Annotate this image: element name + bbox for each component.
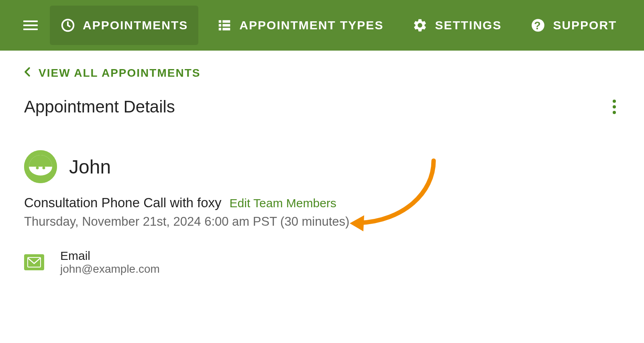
svg-point-10: [36, 167, 39, 169]
nav-label: SUPPORT: [553, 18, 617, 32]
user-name: John: [69, 156, 111, 178]
nav-label: APPOINTMENTS: [83, 18, 188, 32]
appointment-title: Consultation Phone Call with foxy: [24, 195, 222, 210]
list-icon: [217, 18, 232, 33]
email-icon: [24, 254, 44, 270]
more-options-button[interactable]: [609, 96, 620, 118]
email-value: john@example.com: [60, 263, 160, 276]
gear-icon: [412, 18, 428, 33]
svg-rect-3: [219, 24, 221, 27]
svg-rect-12: [27, 257, 41, 267]
back-link-label: VIEW ALL APPOINTMENTS: [39, 67, 200, 80]
clock-icon: [60, 18, 75, 33]
svg-rect-4: [223, 24, 230, 27]
hamburger-menu-button[interactable]: [19, 16, 42, 34]
chevron-left-icon: [24, 67, 31, 80]
user-avatar: [24, 150, 57, 183]
svg-rect-5: [219, 28, 221, 30]
top-navigation: APPOINTMENTS APPOINTMENT TYPES SETTINGS …: [0, 0, 644, 51]
svg-point-11: [43, 167, 45, 169]
help-icon: ?: [530, 18, 546, 33]
nav-appointment-types[interactable]: APPOINTMENT TYPES: [206, 6, 394, 45]
nav-appointments[interactable]: APPOINTMENTS: [50, 6, 198, 45]
page-title: Appointment Details: [24, 97, 175, 116]
nav-settings[interactable]: SETTINGS: [402, 6, 512, 45]
nav-support[interactable]: ? SUPPORT: [520, 6, 627, 45]
edit-team-members-link[interactable]: Edit Team Members: [230, 196, 336, 210]
nav-label: SETTINGS: [435, 18, 501, 32]
svg-rect-6: [223, 28, 230, 30]
nav-label: APPOINTMENT TYPES: [239, 18, 383, 32]
appointment-datetime: Thursday, November 21st, 2024 6:00 am PS…: [24, 214, 620, 229]
email-label: Email: [60, 249, 160, 263]
svg-rect-1: [219, 20, 221, 22]
svg-text:?: ?: [534, 20, 542, 32]
svg-rect-2: [223, 20, 230, 22]
back-to-appointments-link[interactable]: VIEW ALL APPOINTMENTS: [24, 67, 620, 80]
